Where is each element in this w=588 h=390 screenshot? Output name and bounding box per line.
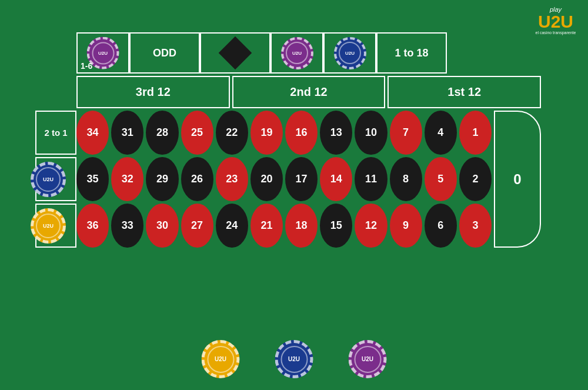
number-24[interactable]: 24 — [216, 204, 248, 248]
number-36[interactable]: 36 — [76, 204, 109, 248]
number-33[interactable]: 33 — [111, 204, 143, 248]
bet-even[interactable] — [200, 32, 270, 74]
bet-odd-label: ODD — [153, 47, 176, 59]
number-26[interactable]: 26 — [181, 157, 213, 201]
side-bets: 2 to 1 U2U U2U — [35, 111, 76, 248]
number-grid: 3431282522191613107413532292623201714118… — [76, 111, 492, 248]
dozens-row: 3rd 12 2nd 12 1st 12 — [76, 76, 541, 108]
number-7[interactable]: 7 — [390, 111, 422, 155]
bet-2to1-top[interactable]: 2 to 1 — [35, 111, 76, 155]
number-14[interactable]: 14 — [320, 157, 352, 201]
chip-blue[interactable]: U2U — [275, 340, 313, 378]
bet-odd[interactable]: ODD — [129, 32, 200, 74]
logo-brand: U2U — [538, 13, 573, 31]
number-1[interactable]: 1 — [459, 111, 492, 155]
number-30[interactable]: 30 — [146, 204, 178, 248]
number-5[interactable]: 5 — [425, 157, 457, 201]
number-4[interactable]: 4 — [425, 111, 457, 155]
number-9[interactable]: 9 — [390, 204, 422, 248]
2to1-label: 2 to 1 — [44, 128, 67, 138]
number-17[interactable]: 17 — [285, 157, 318, 201]
number-31[interactable]: 31 — [111, 111, 143, 155]
number-35[interactable]: 35 — [76, 157, 109, 201]
number-23[interactable]: 23 — [216, 157, 248, 201]
bet-2nd-dozen-label: 2nd 12 — [290, 85, 327, 99]
number-11[interactable]: 11 — [355, 157, 387, 201]
logo-sub: el casino transparente — [536, 31, 576, 35]
top-betting-row: U2U 1-6 ODD U2U U2U — [76, 32, 541, 74]
number-8[interactable]: 8 — [390, 157, 422, 201]
bet-1to6[interactable]: U2U 1-6 — [76, 32, 129, 74]
zero-label: 0 — [513, 171, 521, 188]
number-6[interactable]: 6 — [425, 204, 457, 248]
number-13[interactable]: 13 — [320, 111, 352, 155]
bottom-chips-row: U2U U2U U2U — [202, 340, 387, 378]
number-2[interactable]: 2 — [459, 157, 492, 201]
bet-3rd-dozen-label: 3rd 12 — [136, 85, 171, 99]
bet-1to18[interactable]: 1 to 18 — [376, 32, 447, 74]
number-grid-wrapper: 2 to 1 U2U U2U 34312825 — [35, 111, 541, 248]
number-15[interactable]: 15 — [320, 204, 352, 248]
number-27[interactable]: 27 — [181, 204, 213, 248]
number-25[interactable]: 25 — [181, 111, 213, 155]
roulette-table: U2U 1-6 ODD U2U U2U — [35, 32, 541, 332]
number-29[interactable]: 29 — [146, 157, 178, 201]
number-22[interactable]: 22 — [216, 111, 248, 155]
bet-1to18-label: 1 to 18 — [395, 47, 428, 59]
number-18[interactable]: 18 — [285, 204, 318, 248]
number-12[interactable]: 12 — [355, 204, 387, 248]
diamond-icon — [219, 36, 252, 70]
number-20[interactable]: 20 — [250, 157, 283, 201]
bet-red[interactable]: U2U — [270, 32, 323, 74]
bet-1st-dozen-label: 1st 12 — [447, 85, 481, 99]
number-3[interactable]: 3 — [459, 204, 492, 248]
bet-2to1-bot[interactable]: U2U — [35, 204, 76, 248]
chip-purple[interactable]: U2U — [349, 340, 387, 378]
number-28[interactable]: 28 — [146, 111, 178, 155]
number-34[interactable]: 34 — [76, 111, 109, 155]
bet-3rd-dozen[interactable]: 3rd 12 — [76, 76, 230, 108]
number-32[interactable]: 32 — [111, 157, 143, 201]
number-19[interactable]: 19 — [250, 111, 283, 155]
bet-zero[interactable]: 0 — [494, 111, 541, 248]
bet-2nd-dozen[interactable]: 2nd 12 — [232, 76, 386, 108]
number-10[interactable]: 10 — [355, 111, 387, 155]
bet-1st-dozen[interactable]: 1st 12 — [387, 76, 541, 108]
chip-yellow[interactable]: U2U — [202, 340, 240, 378]
number-21[interactable]: 21 — [250, 204, 283, 248]
bet-1to6-label: 1-6 — [81, 61, 92, 71]
bet-black[interactable]: U2U — [323, 32, 376, 74]
bet-2to1-mid[interactable]: U2U — [35, 157, 76, 201]
number-16[interactable]: 16 — [285, 111, 318, 155]
